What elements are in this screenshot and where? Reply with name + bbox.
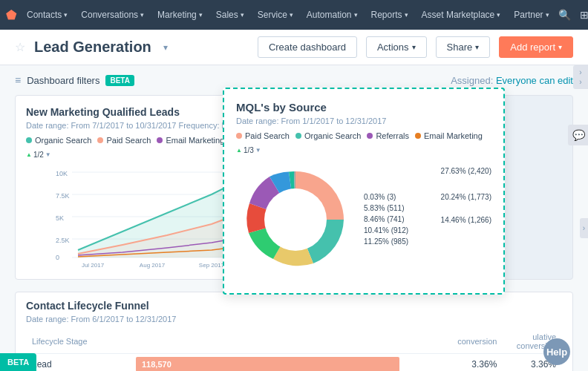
funnel-col-stage: Lifecycle Stage xyxy=(26,329,130,354)
svg-text:Jul 2017: Jul 2017 xyxy=(82,262,105,269)
nav-contacts[interactable]: Contacts ▾ xyxy=(21,7,74,23)
svg-point-17 xyxy=(264,188,327,251)
add-report-button[interactable]: Add report ▾ xyxy=(499,36,573,58)
funnel-conversion-lead: 3.36% xyxy=(451,354,503,372)
donut-right-label-2: 20.24% (1,773) xyxy=(441,193,491,201)
nav-asset-marketplace[interactable]: Asset Marketplace ▾ xyxy=(416,7,507,23)
chevron-down-icon: ▾ xyxy=(199,11,203,19)
filters-icon[interactable]: ≡ xyxy=(15,74,21,86)
chart2-legend: Paid Search Organic Search Referrals Ema… xyxy=(236,131,491,154)
beta-badge: BETA xyxy=(105,75,134,86)
legend-color-paid xyxy=(97,137,103,143)
chart2-pagination: ▲ 1/3 ▼ xyxy=(236,146,261,154)
donut-right-label-3: 14.46% (1,266) xyxy=(441,216,491,224)
triangle-up-icon2: ▲ xyxy=(236,147,242,154)
funnel-table: Lifecycle Stage conversion ulative conve… xyxy=(26,329,562,371)
filters-bar: ≡ Dashboard filters BETA Assigned: Every… xyxy=(15,74,573,86)
legend-item-email: Email Marketing xyxy=(157,136,224,145)
legend-item-email-mkt: Email Marketing xyxy=(415,131,483,140)
svg-text:10K: 10K xyxy=(56,170,68,177)
donut-right-label-1: 27.63% (2,420) xyxy=(441,167,491,175)
funnel-row-lead: Lead 118,570 3.36% 3.36% xyxy=(26,354,562,372)
funnel-card: Contact Lifecycle Funnel Date range: Fro… xyxy=(15,292,573,371)
page-title: Lead Generation xyxy=(34,39,151,56)
filters-label: Dashboard filters xyxy=(27,75,99,86)
svg-text:2.5K: 2.5K xyxy=(56,237,70,244)
triangle-down-icon2: ▼ xyxy=(255,147,261,154)
chart1-pagination: ▲ 1/2 ▼ xyxy=(26,151,51,159)
funnel-bar-lead: 118,570 xyxy=(130,354,451,372)
sidebar-collapse-button[interactable]: › › xyxy=(573,65,588,89)
dashboard-grid: New Marketing Qualified Leads Date range… xyxy=(15,95,573,371)
chevron-right-icon: › xyxy=(579,68,581,76)
legend-color-paid-search xyxy=(236,133,242,139)
svg-text:Aug 2017: Aug 2017 xyxy=(140,262,166,269)
chevron-down-icon: ▾ xyxy=(497,11,500,19)
funnel-subtitle: Date range: From 6/1/2017 to 12/31/2017 xyxy=(26,315,562,324)
legend-color-referrals xyxy=(367,133,373,139)
search-icon[interactable]: 🔍 xyxy=(558,9,571,21)
legend-item-organic-search: Organic Search xyxy=(295,131,361,140)
funnel-col-conversion: conversion xyxy=(451,329,503,354)
nav-partner[interactable]: Partner ▾ xyxy=(508,7,555,23)
actions-button[interactable]: Actions ▾ xyxy=(366,36,427,58)
funnel-title: Contact Lifecycle Funnel xyxy=(26,300,562,312)
assigned-prefix: Assigned: xyxy=(451,75,493,86)
chart2-title: MQL's by Source xyxy=(236,101,491,114)
legend-color-organic-search xyxy=(295,133,301,139)
legend-item-paid: Paid Search xyxy=(97,136,151,145)
hubspot-logo[interactable]: ⬟ xyxy=(6,8,16,22)
funnel-col-bar xyxy=(130,329,451,354)
chevron-down-icon: ▾ xyxy=(241,11,244,19)
chat-bubble[interactable]: 💬 xyxy=(568,125,588,145)
chevron-right-icon3: › xyxy=(583,224,585,232)
legend-color-email xyxy=(157,137,163,143)
donut-label-5: 11.25% (985) xyxy=(364,237,491,246)
svg-text:0: 0 xyxy=(56,254,59,261)
nav-sales[interactable]: Sales ▾ xyxy=(210,7,250,23)
donut-svg-wrap xyxy=(236,160,355,281)
favorite-icon[interactable]: ☆ xyxy=(15,40,25,54)
beta-bottom-label[interactable]: BETA xyxy=(0,353,36,371)
nav-conversations[interactable]: Conversations ▾ xyxy=(75,7,150,23)
svg-text:5K: 5K xyxy=(56,214,64,222)
funnel-stage-lead: Lead xyxy=(26,354,130,372)
donut-chart-svg xyxy=(236,160,355,279)
chevron-down-icon: ▾ xyxy=(140,11,144,19)
svg-text:Sep 2017: Sep 2017 xyxy=(199,262,225,269)
chevron-down-icon: ▾ xyxy=(475,43,479,51)
donut-label-4: 10.41% (912) xyxy=(364,226,491,234)
triangle-down-icon: ▼ xyxy=(45,151,51,158)
triangle-up-icon: ▲ xyxy=(26,151,32,158)
legend-color-organic xyxy=(26,137,32,143)
chevron-down-icon: ▾ xyxy=(412,43,416,51)
legend-item-organic: Organic Search xyxy=(26,136,91,145)
donut-right-labels: 27.63% (2,420) 20.24% (1,773) 14.46% (1,… xyxy=(441,167,491,224)
contacts-icon[interactable]: ⊞ xyxy=(580,9,588,21)
create-dashboard-button[interactable]: Create dashboard xyxy=(258,36,357,58)
legend-item-paid-search: Paid Search xyxy=(236,131,290,140)
help-button[interactable]: Help xyxy=(543,338,570,365)
content-area: ≡ Dashboard filters BETA Assigned: Every… xyxy=(0,65,588,371)
bar-container-lead: 118,570 xyxy=(136,357,445,371)
nav-marketing[interactable]: Marketing ▾ xyxy=(151,7,209,23)
chevron-down-icon: ▾ xyxy=(64,11,68,19)
nav-service[interactable]: Service ▾ xyxy=(252,7,299,23)
top-navigation: ⬟ Contacts ▾ Conversations ▾ Marketing ▾… xyxy=(0,0,588,30)
chevron-down-icon: ▾ xyxy=(546,11,549,19)
nav-reports[interactable]: Reports ▾ xyxy=(365,7,414,23)
svg-text:7.5K: 7.5K xyxy=(56,192,70,200)
share-button[interactable]: Share ▾ xyxy=(436,36,491,58)
nav-automation[interactable]: Automation ▾ xyxy=(301,7,364,23)
chevron-down-icon: ▾ xyxy=(405,11,408,19)
legend-color-email-mkt xyxy=(415,133,421,139)
assigned-link[interactable]: Everyone can edit xyxy=(496,75,573,86)
expand-arrow[interactable]: › xyxy=(580,218,588,238)
topnav-icons: 🔍 ⊞ ⚙ 🔔 U xyxy=(558,4,588,25)
bar-fill-lead: 118,570 xyxy=(136,357,399,371)
chevron-down-icon: ▾ xyxy=(290,11,293,19)
legend-item-referrals: Referrals xyxy=(367,131,409,140)
chart2-subtitle: Date range: From 1/1/2017 to 12/31/2017 xyxy=(236,116,491,125)
title-dropdown-icon[interactable]: ▾ xyxy=(163,42,168,53)
chat-icon: 💬 xyxy=(572,129,585,141)
